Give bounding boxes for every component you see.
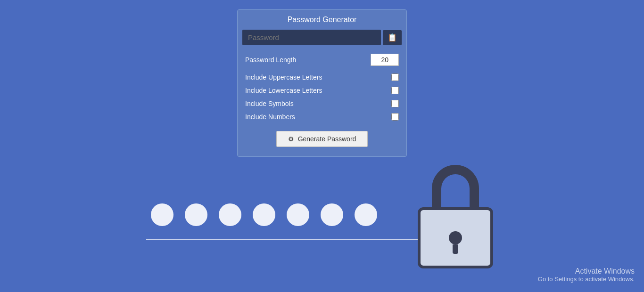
dot-6 [321,203,343,226]
activate-windows-subtitle: Go to Settings to activate Windows. [538,276,635,283]
password-length-row: Password Length [245,51,399,69]
dialog-title: Password Generator [238,10,406,30]
generate-password-label: Generate Password [298,135,356,143]
gear-icon: ⚙ [288,135,294,143]
lock-shackle [432,165,479,212]
numbers-label: Include Numbers [245,113,295,121]
password-length-label: Password Length [245,56,296,64]
uppercase-label: Include Uppercase Letters [245,73,322,81]
symbols-checkbox[interactable] [391,100,399,107]
dot-2 [185,203,207,226]
options-area: Password Length Include Uppercase Letter… [238,51,406,123]
dot-7 [355,203,377,226]
activate-windows-notice: Activate Windows Go to Settings to activ… [538,267,635,283]
lock-keyhole [449,231,462,244]
uppercase-option-row: Include Uppercase Letters [245,71,399,84]
numbers-checkbox[interactable] [391,113,399,121]
dot-3 [219,203,241,226]
password-input[interactable] [242,30,381,45]
generate-password-button[interactable]: ⚙ Generate Password [276,131,368,147]
password-length-input[interactable] [371,54,399,66]
clipboard-button[interactable]: 📋 [383,30,402,45]
lowercase-checkbox[interactable] [391,87,399,94]
activate-windows-title: Activate Windows [538,267,635,276]
dot-5 [287,203,309,226]
password-generator-dialog: Password Generator 📋 Password Length Inc… [237,9,407,157]
lock-body [418,207,493,268]
password-field-row: 📋 [242,30,402,45]
dot-4 [253,203,275,226]
lowercase-option-row: Include Lowercase Letters [245,84,399,97]
uppercase-checkbox[interactable] [391,73,399,81]
lowercase-label: Include Lowercase Letters [245,87,322,94]
symbols-option-row: Include Symbols [245,97,399,110]
symbols-label: Include Symbols [245,100,294,107]
dot-1 [151,203,173,226]
decorative-dots [151,203,377,226]
lock-icon [413,165,498,268]
numbers-option-row: Include Numbers [245,110,399,123]
